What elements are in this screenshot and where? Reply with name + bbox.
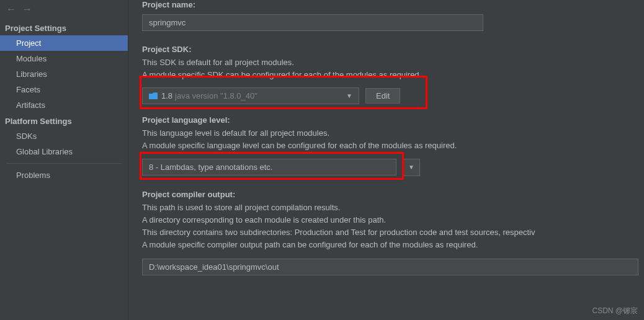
edit-button[interactable]: Edit xyxy=(365,88,400,104)
chevron-down-icon: ▼ xyxy=(408,164,414,171)
language-level-value: 8 - Lambdas, type annotations etc. xyxy=(149,162,272,172)
sidebar-item-global-libraries[interactable]: Global Libraries xyxy=(0,144,128,159)
sidebar-item-artifacts[interactable]: Artifacts xyxy=(0,97,128,113)
watermark: CSDN @铘宸 xyxy=(592,306,638,316)
sdk-version: java version "1.8.0_40" xyxy=(175,91,257,100)
sdk-desc-1: This SDK is default for all project modu… xyxy=(142,56,644,69)
divider xyxy=(6,163,122,164)
language-level-arrow-button[interactable]: ▼ xyxy=(403,159,420,176)
nav-forward-icon[interactable]: → xyxy=(22,4,32,15)
chevron-down-icon: ▼ xyxy=(346,92,352,99)
project-sdk-label: Project SDK: xyxy=(142,45,644,54)
sidebar-item-project[interactable]: Project xyxy=(0,35,128,51)
sidebar: ← → Project Settings Project Modules Lib… xyxy=(0,0,128,320)
project-name-input[interactable] xyxy=(142,14,483,31)
out-desc-4: A module specific compiler output path c… xyxy=(142,239,644,251)
sidebar-item-facets[interactable]: Facets xyxy=(0,82,128,97)
sidebar-item-modules[interactable]: Modules xyxy=(0,51,128,66)
out-desc-1: This path is used to store all project c… xyxy=(142,202,644,214)
sidebar-item-problems[interactable]: Problems xyxy=(0,167,128,183)
main-panel: Project name: Project SDK: This SDK is d… xyxy=(128,0,644,320)
sdk-value: 1.8 xyxy=(161,91,172,100)
compiler-output-input[interactable] xyxy=(142,259,638,275)
project-name-label: Project name: xyxy=(142,0,644,9)
sdk-desc-2: A module specific SDK can be configured … xyxy=(142,69,644,81)
compiler-output-label: Project compiler output: xyxy=(142,190,644,199)
sidebar-item-libraries[interactable]: Libraries xyxy=(0,66,128,82)
out-desc-3: This directory contains two subdirectori… xyxy=(142,226,644,239)
sidebar-item-sdks[interactable]: SDKs xyxy=(0,128,128,144)
folder-icon xyxy=(149,92,158,99)
lang-desc-1: This language level is default for all p… xyxy=(142,127,644,140)
sdk-dropdown[interactable]: 1.8 java version "1.8.0_40" ▼ xyxy=(142,87,359,104)
language-level-label: Project language level: xyxy=(142,115,644,125)
out-desc-2: A directory corresponding to each module… xyxy=(142,214,644,226)
section-project-settings: Project Settings xyxy=(0,20,128,35)
language-level-dropdown[interactable]: 8 - Lambdas, type annotations etc. xyxy=(142,159,396,176)
section-platform-settings: Platform Settings xyxy=(0,113,128,128)
lang-desc-2: A module specific language level can be … xyxy=(142,140,644,152)
nav-back-icon[interactable]: ← xyxy=(6,4,16,15)
